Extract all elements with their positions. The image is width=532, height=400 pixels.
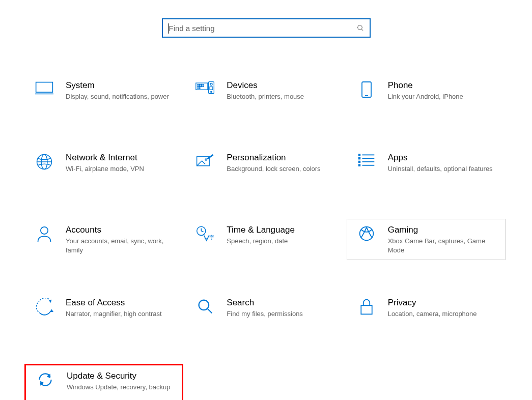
tile-title: Update & Security	[67, 370, 175, 382]
svg-rect-31	[358, 165, 360, 166]
svg-rect-17	[210, 87, 213, 90]
tile-text: Gaming Xbox Game Bar, captures, Game Mod…	[379, 224, 498, 254]
svg-point-6	[200, 84, 201, 85]
phone-icon	[354, 80, 379, 98]
update-security-icon	[33, 370, 58, 388]
svg-point-14	[200, 88, 201, 89]
apps-icon	[354, 152, 379, 167]
svg-rect-29	[358, 158, 360, 159]
tile-desc: Bluetooth, printers, mouse	[227, 92, 337, 101]
tile-title: Accounts	[66, 224, 176, 236]
tile-system[interactable]: System Display, sound, notifications, po…	[24, 74, 183, 115]
tile-time-language[interactable]: 字 Time & Language Speech, region, date	[185, 219, 344, 260]
privacy-icon	[354, 297, 379, 316]
svg-point-16	[210, 83, 212, 85]
svg-point-11	[201, 86, 202, 87]
svg-point-5	[198, 84, 199, 85]
tile-desc: Location, camera, microphone	[388, 309, 498, 319]
svg-point-8	[203, 84, 204, 85]
svg-rect-30	[358, 161, 360, 163]
personalization-icon	[193, 152, 217, 168]
tile-title: Privacy	[388, 297, 498, 308]
tile-text: Accounts Your accounts, email, sync, wor…	[57, 224, 176, 254]
svg-point-42	[359, 227, 373, 241]
svg-line-25	[197, 161, 202, 166]
tile-desc: Xbox Game Bar, captures, Game Mode	[388, 237, 498, 254]
tile-text: Phone Link your Android, iPhone	[379, 80, 498, 101]
tile-title: Personalization	[227, 152, 337, 163]
tile-text: Apps Uninstall, defaults, optional featu…	[379, 152, 498, 174]
tile-text: Ease of Access Narrator, magnifier, high…	[57, 297, 176, 319]
search-input[interactable]	[168, 23, 356, 33]
tile-title: System	[66, 80, 176, 91]
svg-line-26	[202, 161, 206, 164]
tile-gaming[interactable]: Gaming Xbox Game Bar, captures, Game Mod…	[347, 219, 506, 260]
tile-desc: Narrator, magnifier, high contrast	[66, 309, 176, 319]
svg-rect-47	[361, 306, 372, 315]
tile-desc: Link your Android, iPhone	[388, 92, 498, 101]
search-box[interactable]	[162, 18, 371, 38]
search-area	[0, 18, 532, 38]
tile-title: Gaming	[388, 224, 498, 236]
search-icon	[356, 24, 365, 32]
tile-desc: Display, sound, notifications, power	[66, 92, 176, 101]
svg-rect-28	[358, 154, 360, 156]
gaming-icon	[354, 224, 379, 242]
tile-text: Search Find my files, permissions	[217, 297, 337, 319]
tile-desc: Wi-Fi, airplane mode, VPN	[66, 164, 176, 174]
tile-title: Phone	[388, 80, 498, 91]
settings-home: System Display, sound, notifications, po…	[0, 0, 532, 400]
tile-title: Network & Internet	[66, 152, 176, 163]
tile-phone[interactable]: Phone Link your Android, iPhone	[347, 74, 506, 115]
tile-desc: Uninstall, defaults, optional features	[388, 164, 498, 174]
tile-title: Devices	[227, 80, 337, 91]
tile-text: Personalization Background, lock screen,…	[217, 152, 337, 174]
svg-text:字: 字	[209, 235, 214, 240]
tile-text: Devices Bluetooth, printers, mouse	[217, 80, 337, 101]
tile-ease-of-access[interactable]: Ease of Access Narrator, magnifier, high…	[24, 292, 183, 332]
accounts-icon	[32, 224, 57, 243]
tile-update-security[interactable]: Update & Security Windows Update, recove…	[24, 364, 183, 400]
svg-point-12	[203, 86, 204, 87]
svg-rect-2	[36, 82, 53, 93]
svg-point-7	[201, 84, 202, 85]
tile-apps[interactable]: Apps Uninstall, defaults, optional featu…	[347, 147, 506, 187]
svg-point-13	[198, 88, 199, 89]
tile-desc: Your accounts, email, sync, work, family	[66, 237, 176, 254]
tile-title: Time & Language	[227, 224, 337, 236]
svg-line-39	[202, 231, 204, 232]
svg-line-1	[361, 29, 363, 31]
search-tile-icon	[193, 297, 217, 315]
tile-text: Privacy Location, camera, microphone	[379, 297, 498, 319]
svg-point-10	[200, 86, 201, 87]
tile-desc: Windows Update, recovery, backup	[67, 383, 175, 392]
network-icon	[32, 152, 57, 170]
svg-marker-43	[50, 309, 53, 312]
tile-desc: Speech, region, date	[227, 237, 337, 246]
tile-title: Ease of Access	[66, 297, 176, 308]
settings-grid: System Display, sound, notifications, po…	[0, 74, 532, 400]
svg-point-36	[41, 227, 48, 234]
tile-title: Apps	[388, 152, 498, 163]
tile-privacy[interactable]: Privacy Location, camera, microphone	[347, 292, 506, 332]
svg-point-45	[199, 300, 209, 310]
tile-desc: Background, lock screen, colors	[227, 164, 337, 174]
svg-point-0	[357, 25, 362, 30]
tile-accounts[interactable]: Accounts Your accounts, email, sync, wor…	[24, 219, 183, 260]
tile-search[interactable]: Search Find my files, permissions	[185, 292, 344, 332]
tile-personalization[interactable]: Personalization Background, lock screen,…	[185, 147, 344, 187]
tile-text: Time & Language Speech, region, date	[217, 224, 337, 246]
system-icon	[32, 80, 57, 95]
svg-point-9	[198, 86, 199, 87]
time-language-icon: 字	[193, 224, 217, 242]
tile-devices[interactable]: Devices Bluetooth, printers, mouse	[185, 74, 344, 115]
tile-text: Update & Security Windows Update, recove…	[58, 370, 175, 392]
tile-text: System Display, sound, notifications, po…	[57, 80, 176, 101]
ease-of-access-icon	[32, 297, 57, 317]
svg-point-27	[205, 159, 207, 160]
tile-desc: Find my files, permissions	[227, 309, 337, 319]
svg-point-18	[211, 91, 212, 92]
svg-line-46	[208, 309, 212, 313]
tile-network[interactable]: Network & Internet Wi-Fi, airplane mode,…	[24, 147, 183, 187]
tile-text: Network & Internet Wi-Fi, airplane mode,…	[57, 152, 176, 174]
